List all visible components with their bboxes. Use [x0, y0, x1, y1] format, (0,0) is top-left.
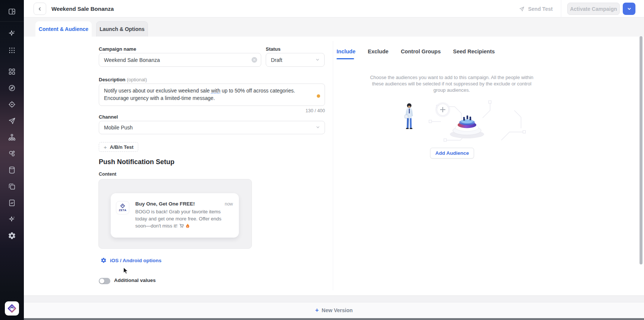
tab-content-audience[interactable]: Content & Audience	[35, 21, 92, 37]
channel-label: Channel	[99, 114, 118, 120]
new-version-label: New Version	[322, 307, 353, 313]
bottom-edge-strip	[24, 318, 644, 320]
chevron-down-icon	[315, 57, 320, 63]
audience-description: Choose the audiences you want to add to …	[366, 74, 537, 93]
notification-title: Buy One, Get One FREE!	[135, 201, 195, 207]
notification-body: BOGO is back! Grab your favorite items t…	[135, 208, 224, 230]
push-setup-heading: Push Notification Setup	[99, 158, 174, 166]
segments-icon[interactable]	[8, 150, 16, 158]
gear-icon	[101, 257, 107, 263]
apps-grid-icon[interactable]	[8, 46, 16, 54]
activate-dropdown-button[interactable]	[623, 3, 635, 15]
abn-test-label: A/B/n Test	[110, 144, 133, 150]
zeta-app-name: ZETA	[119, 208, 127, 212]
activate-campaign-button[interactable]: Activate Campaign	[567, 3, 620, 15]
send-test-icon	[519, 6, 525, 12]
spellcheck-underlined-word: with	[211, 88, 221, 94]
description-label: Description (optional)	[99, 77, 147, 82]
sidebar-divider	[0, 21, 24, 22]
compass-icon[interactable]	[8, 84, 16, 92]
additional-values-toggle[interactable]	[99, 278, 110, 284]
plus-icon: +	[315, 307, 319, 314]
page-title: Weekend Sale Bonanza	[51, 0, 114, 18]
ai-sparkles-icon[interactable]	[8, 29, 16, 38]
scrollbar-thumb[interactable]	[640, 36, 643, 264]
abn-test-button[interactable]: + A/B/n Test	[99, 142, 138, 152]
hierarchy-icon[interactable]	[8, 133, 16, 141]
plus-bubble	[435, 102, 450, 117]
target-icon[interactable]	[8, 100, 16, 109]
tab-exclude[interactable]: Exclude	[368, 48, 389, 54]
ios-android-options-label: iOS / Android options	[110, 258, 161, 263]
push-notification-card[interactable]: ZETA Buy One, Get One FREE! now BOGO is …	[111, 193, 239, 238]
notification-time: now	[225, 201, 233, 207]
chevron-down-icon	[316, 125, 320, 131]
zeta-app-icon: ZETA	[116, 201, 129, 214]
ios-android-options-link[interactable]: iOS / Android options	[101, 257, 161, 263]
content-label: Content	[99, 172, 116, 177]
status-label: Status	[266, 46, 281, 52]
status-select[interactable]: Draft	[266, 53, 325, 67]
additional-values-label: Additional values	[114, 277, 156, 283]
cart-emoji-icon	[179, 223, 184, 230]
back-button[interactable]	[34, 3, 46, 15]
ai-sparkles-2-icon[interactable]	[8, 215, 16, 223]
sidebar	[0, 0, 24, 320]
header-divider	[561, 0, 561, 18]
top-header: Weekend Sale Bonanza Send Test Activate …	[24, 0, 644, 18]
settings-gear-icon[interactable]	[8, 232, 16, 240]
tab-seed-recipients[interactable]: Seed Recipients	[453, 48, 495, 54]
dashboard-blocks-icon[interactable]	[8, 68, 16, 76]
add-audience-button[interactable]: Add Audience	[430, 148, 474, 159]
channel-value: Mobile Push	[104, 125, 133, 131]
description-textarea[interactable]: Notify users about our exclusive weekend…	[99, 84, 325, 106]
send-test-button[interactable]: Send Test	[519, 0, 553, 18]
audience-illustration	[367, 95, 535, 148]
active-tab-underline	[337, 58, 354, 59]
channel-select[interactable]: Mobile Push	[99, 121, 325, 134]
tab-launch-options[interactable]: Launch & Options	[96, 21, 148, 37]
new-version-button[interactable]: + New Version	[24, 302, 644, 318]
copy-icon[interactable]	[8, 182, 16, 191]
description-optional-label: (optional)	[127, 77, 147, 82]
tab-include[interactable]: Include	[337, 48, 356, 54]
send-icon[interactable]	[8, 117, 16, 125]
campaign-name-field-wrap: ✕	[99, 53, 261, 67]
char-count: 130 / 400	[250, 108, 325, 113]
clear-input-icon[interactable]: ✕	[252, 57, 257, 63]
main-content-card	[24, 37, 644, 295]
plus-icon: +	[104, 144, 107, 150]
send-test-label: Send Test	[528, 6, 553, 12]
database-icon[interactable]	[8, 166, 16, 174]
report-icon[interactable]	[8, 199, 16, 207]
app-window: Weekend Sale Bonanza Send Test Activate …	[0, 0, 644, 320]
panel-divider	[333, 41, 333, 290]
audience-tabs: Include Exclude Control Groups Seed Reci…	[337, 48, 495, 54]
status-value: Draft	[271, 57, 282, 63]
campaign-name-label: Campaign name	[99, 46, 136, 52]
grammar-checker-dot-icon[interactable]	[317, 94, 320, 98]
fire-emoji-icon	[186, 223, 190, 230]
footer-gap	[24, 295, 644, 302]
campaign-name-input[interactable]	[99, 53, 261, 67]
tab-control-groups[interactable]: Control Groups	[401, 48, 441, 54]
zeta-logo	[5, 301, 19, 316]
toggle-knob	[100, 279, 104, 283]
sidebar-toggle-icon[interactable]	[8, 7, 16, 16]
